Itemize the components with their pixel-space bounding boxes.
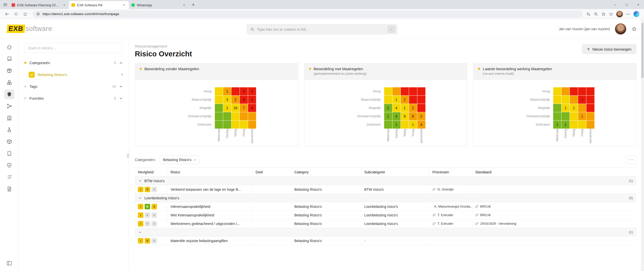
processen-cell[interactable]: T. Extruder	[429, 219, 472, 228]
browser-tab-2-active[interactable]: EXB Software R6 ×	[69, 1, 129, 9]
home-button[interactable]	[21, 10, 29, 18]
matrix-cell[interactable]: 1	[561, 104, 570, 112]
risk-shield-icon-active[interactable]	[4, 90, 14, 99]
package-icon[interactable]	[4, 66, 14, 75]
chevron-down-icon[interactable]	[138, 230, 142, 234]
standaard-cell[interactable]: 2003/1829 - Verordening	[472, 219, 636, 228]
matrix-cell[interactable]: 1	[578, 96, 586, 104]
matrix-cell[interactable]	[586, 112, 594, 120]
matrix-cell[interactable]	[409, 96, 417, 104]
matrix-cell[interactable]	[586, 104, 594, 112]
risico-cell[interactable]: Werknemers gedetacheerd / uitgezonden i.…	[168, 219, 253, 228]
sidebar-search-input[interactable]	[28, 46, 119, 50]
matrix-cell[interactable]	[248, 121, 256, 129]
matrix-cell[interactable]: 16	[231, 104, 239, 112]
notebook-icon[interactable]	[4, 54, 14, 64]
table-row[interactable]: IRAWet KetenaansprakelijkheidBelasting R…	[135, 211, 636, 219]
building-icon[interactable]	[4, 113, 14, 123]
tab-close-icon[interactable]: ×	[122, 3, 126, 7]
matrix-cell[interactable]	[417, 87, 425, 95]
processen-cell[interactable]: A. Maisontvangst Groota...	[429, 202, 472, 211]
chevron-down-icon[interactable]	[138, 179, 142, 183]
chevron-up-icon[interactable]	[119, 61, 123, 65]
matrix-cell[interactable]	[215, 87, 223, 95]
sidebar-search[interactable]	[24, 43, 123, 53]
copilot-icon[interactable]	[633, 11, 639, 17]
site-info-icon[interactable]	[36, 12, 40, 16]
matrix-cell[interactable]	[417, 104, 425, 112]
processen-cell[interactable]: G. Grieslijn	[429, 185, 472, 193]
matrix-cell[interactable]: 1	[223, 87, 231, 95]
matrix-cell[interactable]	[215, 96, 223, 104]
filter-chip-belasting-risicos[interactable]: Belasting Risico's ×	[160, 156, 199, 164]
risico-cell[interactable]: Wet Ketenaansprakelijkheid	[168, 211, 253, 219]
sidebar-item-belasting-risicos[interactable]: Belasting Risico's 5	[19, 69, 129, 81]
tab-close-icon[interactable]: ×	[182, 3, 186, 7]
home-icon[interactable]	[4, 42, 14, 52]
favorites-star-icon[interactable]	[601, 12, 606, 16]
matrix-cell[interactable]	[570, 121, 578, 129]
lab-flask-icon[interactable]	[4, 125, 14, 135]
table-group-row[interactable]: (1)	[135, 228, 636, 237]
browser-essentials-icon[interactable]	[609, 12, 613, 16]
zoom-icon[interactable]	[594, 12, 598, 16]
matrix-cell[interactable]: 3	[392, 112, 400, 120]
matrix-cell[interactable]	[578, 87, 586, 95]
matrix-cell[interactable]: 3	[223, 96, 231, 104]
workflow-icon[interactable]	[4, 101, 14, 111]
matrix-cell[interactable]	[240, 121, 248, 129]
matrix-cell[interactable]	[248, 112, 256, 120]
matrix-cell[interactable]	[570, 96, 578, 104]
chevron-down-icon[interactable]	[119, 85, 123, 89]
scrollbar-thumb[interactable]	[641, 23, 643, 78]
matrix-cell[interactable]	[553, 87, 561, 95]
matrix-cell[interactable]: 1	[409, 121, 417, 129]
matrix-cell[interactable]	[231, 112, 239, 120]
matrix-cell[interactable]: 3	[240, 87, 248, 95]
risico-cell[interactable]: Inlenersaansprakelijkheid	[168, 202, 253, 211]
sidebar-section-categorieen[interactable]: Categorieën 5	[19, 57, 129, 69]
matrix-cell[interactable]	[553, 112, 561, 120]
matrix-cell[interactable]: 1	[401, 104, 409, 112]
matrix-cell[interactable]: 1	[223, 104, 231, 112]
sidebar-toggle-icon[interactable]	[4, 258, 14, 268]
matrix-cell[interactable]: 1	[578, 112, 586, 120]
matrix-cell[interactable]	[231, 87, 239, 95]
standaard-cell[interactable]	[472, 185, 636, 193]
matrix-cell[interactable]: 2	[248, 87, 256, 95]
cube-icon[interactable]	[4, 137, 14, 146]
refresh-button[interactable]	[12, 10, 20, 18]
table-row[interactable]: IRAInlenersaansprakelijkheidBelasting Ri…	[135, 202, 636, 211]
matrix-cell[interactable]	[578, 104, 586, 112]
matrix-cell[interactable]: 1	[561, 121, 570, 129]
address-bar[interactable]: https://demo1.exb-software.com/r6/#/risk…	[33, 10, 583, 18]
more-options-button[interactable]: ···	[626, 156, 636, 164]
matrix-cell[interactable]	[384, 96, 392, 104]
browser-tab-3[interactable]: WhatsApp ×	[129, 1, 189, 9]
new-risk-button[interactable]: + Nieuw risico toevoegen	[582, 44, 636, 54]
matrix-cell[interactable]: 1	[392, 96, 400, 104]
maximize-button[interactable]: □	[621, 0, 632, 9]
table-row[interactable]: IRAWerknemers gedetacheerd / uitgezonden…	[135, 219, 636, 228]
browser-profile-avatar[interactable]	[616, 11, 623, 17]
table-row[interactable]: IRAVerkeerd toepassen van de lage en hog…	[135, 185, 636, 194]
column-header[interactable]: Category	[291, 168, 361, 176]
matrix-cell[interactable]	[409, 87, 417, 95]
tab-close-icon[interactable]: ×	[62, 3, 66, 7]
matrix-cell[interactable]	[215, 121, 223, 129]
matrix-cell[interactable]: 7	[240, 104, 248, 112]
matrix-cell[interactable]	[561, 96, 570, 104]
exb-logo[interactable]: EXB software	[7, 25, 52, 33]
new-tab-button[interactable]: +	[190, 1, 197, 8]
matrix-cell[interactable]: 9	[401, 112, 409, 120]
sidebar-section-tags[interactable]: Tags 10	[19, 81, 129, 92]
list-icon[interactable]	[4, 172, 14, 182]
column-header[interactable]: Doel	[253, 168, 291, 176]
column-header[interactable]: Processen	[429, 168, 472, 176]
matrix-cell[interactable]	[392, 87, 400, 95]
matrix-cell[interactable]	[553, 96, 561, 104]
global-search[interactable]: ×	[247, 24, 397, 34]
matrix-cell[interactable]: 5	[240, 96, 248, 104]
matrix-cell[interactable]	[561, 112, 570, 120]
standaard-cell[interactable]: BRCv6	[472, 202, 636, 211]
